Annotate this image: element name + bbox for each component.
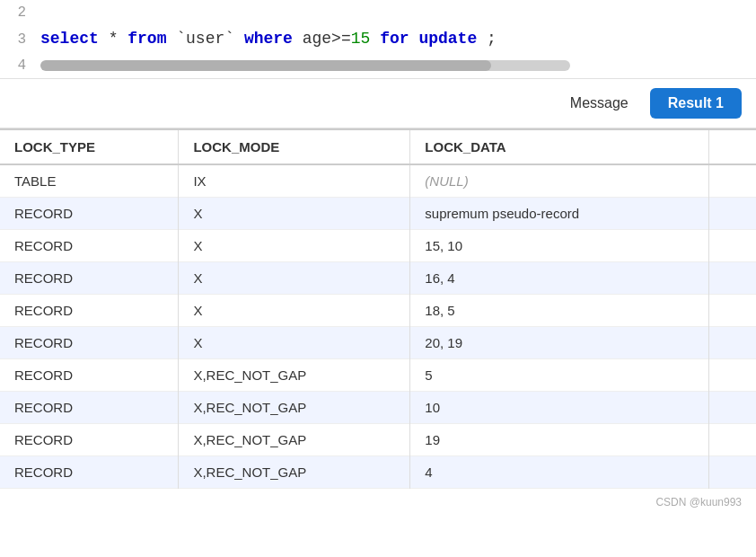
table-row: TABLEIX(NULL) [0, 164, 756, 198]
cell-lock-mode: X,REC_NOT_GAP [179, 456, 410, 489]
cell-extra [708, 198, 756, 230]
keyword-from: from [127, 30, 166, 48]
code-line-3: 3 select * from `user` where age>=15 for… [0, 25, 756, 53]
cell-lock-mode: X [179, 327, 410, 359]
cell-lock-mode: X,REC_NOT_GAP [179, 424, 410, 456]
line-number-4: 4 [0, 55, 40, 76]
cell-extra [708, 295, 756, 327]
progress-bar-fill [40, 60, 491, 71]
cell-lock-type: RECORD [0, 424, 179, 456]
table-row: RECORDX15, 10 [0, 230, 756, 262]
cell-extra [708, 359, 756, 392]
table-row: RECORDX,REC_NOT_GAP4 [0, 456, 756, 489]
watermark: CSDN @kuun993 [0, 489, 756, 516]
cell-lock-data: 5 [410, 359, 708, 392]
cell-extra [708, 327, 756, 359]
table-row: RECORDX18, 5 [0, 295, 756, 327]
table-row: RECORDX,REC_NOT_GAP19 [0, 424, 756, 456]
table-row: RECORDX16, 4 [0, 262, 756, 295]
table-row: RECORDXsupremum pseudo-record [0, 198, 756, 230]
sql-condition: age>= [303, 30, 351, 48]
cell-lock-type: RECORD [0, 392, 179, 424]
cell-extra [708, 262, 756, 295]
sql-star: * [109, 30, 128, 48]
code-line-2: 2 [0, 0, 756, 25]
col-header-lock-data: LOCK_DATA [410, 129, 708, 164]
toolbar: Message Result 1 [0, 79, 756, 128]
result-button[interactable]: Result 1 [650, 88, 742, 119]
cell-lock-data: 15, 10 [410, 230, 708, 262]
cell-lock-mode: X,REC_NOT_GAP [179, 392, 410, 424]
line-number-3: 3 [0, 29, 40, 50]
cell-lock-data: 19 [410, 424, 708, 456]
cell-lock-data: supremum pseudo-record [410, 198, 708, 230]
col-header-lock-mode: LOCK_MODE [179, 129, 410, 164]
table-row: RECORDX20, 19 [0, 327, 756, 359]
results-table-container: LOCK_TYPE LOCK_MODE LOCK_DATA TABLEIX(NU… [0, 128, 756, 489]
line-number-2: 2 [0, 2, 40, 23]
cell-lock-data: 20, 19 [410, 327, 708, 359]
code-editor: 2 3 select * from `user` where age>=15 f… [0, 0, 756, 79]
cell-lock-mode: IX [179, 164, 410, 198]
col-header-extra [708, 129, 756, 164]
cell-lock-type: TABLE [0, 164, 179, 198]
sql-semicolon: ; [487, 30, 497, 48]
cell-lock-data: 4 [410, 456, 708, 489]
table-header-row: LOCK_TYPE LOCK_MODE LOCK_DATA [0, 129, 756, 164]
table-row: RECORDX,REC_NOT_GAP5 [0, 359, 756, 392]
cell-lock-mode: X [179, 198, 410, 230]
cell-lock-data: 10 [410, 392, 708, 424]
cell-lock-data: (NULL) [410, 164, 708, 198]
cell-lock-data: 18, 5 [410, 295, 708, 327]
keyword-update: update [418, 30, 477, 48]
cell-lock-type: RECORD [0, 327, 179, 359]
cell-extra [708, 164, 756, 198]
cell-lock-mode: X [179, 230, 410, 262]
cell-lock-data: 16, 4 [410, 262, 708, 295]
keyword-select: select [40, 30, 99, 48]
cell-lock-mode: X,REC_NOT_GAP [179, 359, 410, 392]
cell-lock-type: RECORD [0, 262, 179, 295]
cell-lock-type: RECORD [0, 359, 179, 392]
cell-lock-mode: X [179, 262, 410, 295]
message-button[interactable]: Message [559, 90, 639, 117]
code-line-4: 4 [0, 53, 756, 78]
keyword-for: for [380, 30, 409, 48]
progress-bar [40, 60, 570, 71]
code-content-3: select * from `user` where age>=15 for u… [40, 27, 756, 51]
cell-extra [708, 392, 756, 424]
col-header-lock-type: LOCK_TYPE [0, 129, 179, 164]
table-row: RECORDX,REC_NOT_GAP10 [0, 392, 756, 424]
sql-number: 15 [351, 30, 371, 48]
cell-lock-type: RECORD [0, 456, 179, 489]
cell-lock-type: RECORD [0, 295, 179, 327]
results-table: LOCK_TYPE LOCK_MODE LOCK_DATA TABLEIX(NU… [0, 128, 756, 489]
cell-extra [708, 230, 756, 262]
cell-extra [708, 424, 756, 456]
cell-lock-mode: X [179, 295, 410, 327]
sql-table: `user` [176, 30, 244, 48]
cell-lock-type: RECORD [0, 198, 179, 230]
cell-extra [708, 456, 756, 489]
cell-lock-type: RECORD [0, 230, 179, 262]
keyword-where: where [244, 30, 293, 48]
